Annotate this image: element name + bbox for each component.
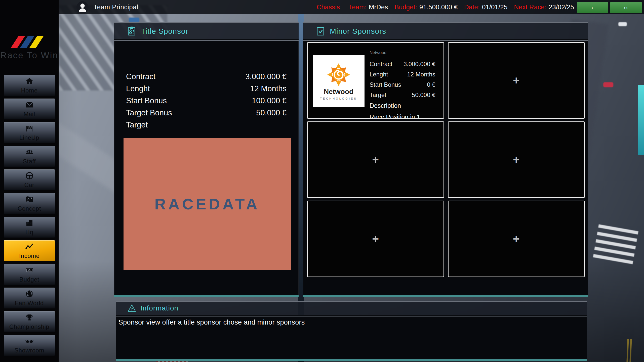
add-sponsor-slot[interactable]: +	[307, 121, 444, 198]
contract-term-row: Target	[126, 120, 287, 132]
skip-forward-button[interactable]: ››	[610, 2, 642, 13]
information-text: Sponsor view offer a title sponsor chose…	[118, 319, 305, 326]
sidebar-item-icon	[25, 313, 34, 322]
sidebar-item-label: Budget	[19, 276, 39, 283]
sponsor-card-netwood[interactable]: Netwood TECHNOLOGIES Netwood Contract3.0…	[307, 42, 444, 119]
sidebar-item-car[interactable]: Car	[4, 169, 55, 190]
term-value: 50.000 €	[412, 92, 435, 99]
app-window: Team Principal Chassis Team:MrDes Budget…	[0, 0, 644, 362]
stat-value: 23/02/25	[549, 3, 574, 11]
person-icon	[76, 1, 89, 13]
term-label: Lenght	[370, 71, 388, 78]
panel-title: Information	[140, 304, 178, 312]
sidebar-item-budget[interactable]: Budget	[4, 264, 55, 285]
sidebar-item-icon	[25, 337, 34, 346]
sidebar-item-icon	[25, 218, 34, 228]
term-value: 12 Months	[250, 84, 287, 93]
sponsor-name: Netwood	[370, 50, 435, 55]
minor-sponsors-body: Netwood TECHNOLOGIES Netwood Contract3.0…	[303, 41, 588, 295]
panel-footer-bar	[116, 359, 587, 361]
plus-icon: +	[513, 154, 520, 165]
panel-title: Minor Sponsors	[330, 27, 386, 35]
top-stats: Chassis Team:MrDes Budget:91.500.000 € D…	[316, 0, 574, 14]
stat-label: Date:	[464, 3, 480, 11]
top-stat: Date:01/01/25	[464, 3, 507, 11]
stat-value: MrDes	[369, 3, 388, 11]
sponsor-term-row: Contract3.000.000 €	[370, 59, 435, 69]
sidebar-item-label: Hq	[25, 229, 33, 236]
sidebar-item-label: Fan World	[15, 300, 44, 307]
sidebar-item-showroom[interactable]: Showroom	[4, 335, 55, 356]
sidebar-item-championship[interactable]: Championship	[4, 311, 55, 332]
avatar[interactable]	[76, 1, 89, 13]
term-value: 12 Months	[407, 71, 435, 78]
netwood-sun-icon	[327, 63, 351, 87]
sidebar-item-staff[interactable]: Staff	[4, 146, 55, 167]
title-sponsor-logo[interactable]: RACEDATA	[124, 138, 291, 270]
term-value: 3.000.000 €	[404, 61, 435, 68]
top-stat: Next Race:23/02/25	[514, 3, 574, 11]
sidebar-item-mail[interactable]: Mail	[4, 99, 55, 119]
add-sponsor-slot[interactable]: +	[448, 201, 585, 277]
contract-term-row: Start Bonus100.000 €	[126, 96, 287, 108]
information-header: Information	[116, 302, 587, 315]
description-value: Race Position in 1	[370, 113, 435, 121]
sidebar-item-concept[interactable]: Concept	[4, 193, 55, 214]
sidebar-item-icon	[25, 195, 34, 204]
panel-title: Title Sponsor	[141, 27, 188, 35]
add-sponsor-slot[interactable]: +	[448, 121, 585, 198]
plus-icon: +	[372, 233, 379, 245]
add-sponsor-slot[interactable]: +	[448, 42, 585, 119]
sidebar-item-income[interactable]: Income	[4, 240, 55, 261]
title-sponsor-logo-text: RACEDATA	[154, 195, 260, 213]
sponsor-details: Netwood Contract3.000.000 € Lenght12 Mon…	[370, 50, 435, 121]
term-value: 0 €	[427, 81, 435, 88]
advance-day-button[interactable]: ›	[577, 2, 608, 13]
term-label: Target	[370, 92, 386, 99]
app-logo	[15, 36, 45, 49]
term-label: Target Bonus	[126, 108, 172, 117]
sidebar-item-label: Home	[21, 87, 37, 94]
top-stat: Chassis	[316, 3, 342, 11]
sidebar-item-label: Championship	[9, 323, 49, 330]
description-label: Description	[370, 102, 435, 109]
title-sponsor-header: Title Sponsor	[114, 23, 299, 39]
sponsor-term-row: Start Bonus0 €	[370, 79, 435, 90]
sponsor-grid: Netwood TECHNOLOGIES Netwood Contract3.0…	[307, 42, 585, 277]
sponsor-terms: Contract3.000.000 € Lenght12 Months Star…	[370, 59, 435, 100]
sponsor-term-row: Lenght12 Months	[370, 69, 435, 79]
sidebar-item-label: LineUp	[19, 134, 39, 141]
add-sponsor-slot[interactable]: +	[307, 201, 444, 277]
sidebar-item-lineup[interactable]: LineUp	[4, 122, 55, 143]
plus-icon: +	[513, 233, 520, 245]
term-value: 50.000 €	[256, 108, 287, 117]
stat-label: Budget:	[394, 3, 417, 11]
plus-icon: +	[372, 154, 379, 165]
warning-question-icon	[127, 304, 136, 313]
sponsor-logo: Netwood TECHNOLOGIES	[313, 55, 365, 107]
term-label: Contract	[370, 61, 392, 68]
panel-footer-bar	[303, 295, 588, 297]
term-label: Contract	[126, 72, 155, 81]
sidebar-item-label: Concept	[18, 205, 41, 212]
sidebar-item-icon	[25, 289, 34, 298]
minor-sponsors-panel: Minor Sponsors Netwood TECHNOLOGIES	[303, 22, 588, 297]
sidebar-item-hq[interactable]: Hq	[4, 217, 55, 238]
term-label: Target	[126, 120, 148, 129]
clipboard-check-icon	[315, 26, 326, 36]
sidebar-item-fanworld[interactable]: Fan World	[4, 288, 55, 308]
sponsor-logo-brand: Netwood	[324, 88, 353, 96]
clipboard-person-icon	[126, 26, 137, 36]
term-value: 100.000 €	[252, 96, 287, 105]
app-logo-text: Race To Win	[0, 50, 59, 60]
sidebar-item-label: Income	[19, 252, 40, 259]
sidebar-item-icon	[25, 100, 34, 109]
sidebar-item-home[interactable]: Home	[4, 75, 55, 96]
sidebar-menu: Home Mail LineUp Staff	[4, 75, 55, 356]
top-stat: Budget:91.500.000 €	[394, 3, 457, 11]
panel-footer-bar	[114, 295, 299, 297]
sidebar: Race To Win Home Mail LineUp	[0, 0, 59, 362]
term-label: Start Bonus	[370, 81, 401, 88]
stat-label: Next Race:	[514, 3, 546, 11]
stat-value: 91.500.000 €	[419, 3, 458, 11]
